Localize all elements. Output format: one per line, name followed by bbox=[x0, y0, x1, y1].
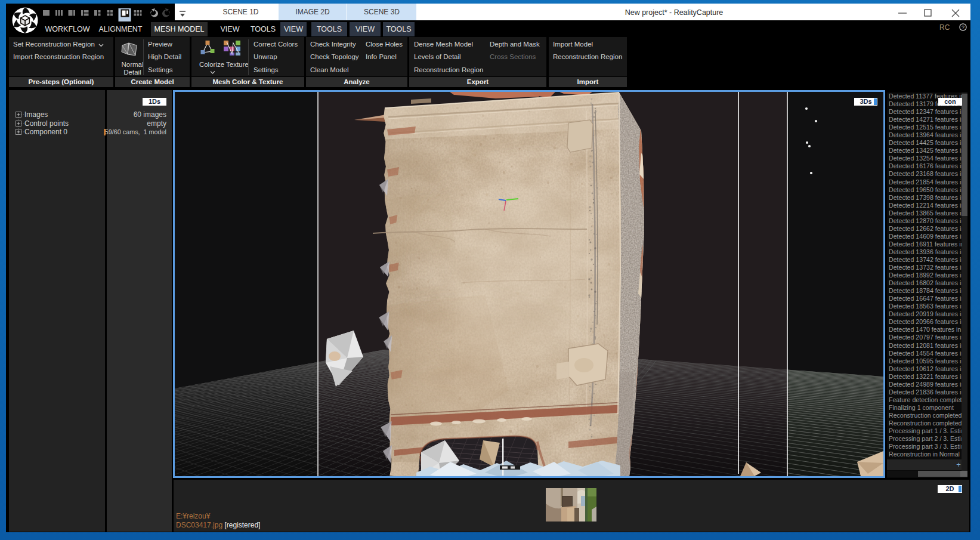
svg-text:?: ? bbox=[962, 24, 964, 30]
